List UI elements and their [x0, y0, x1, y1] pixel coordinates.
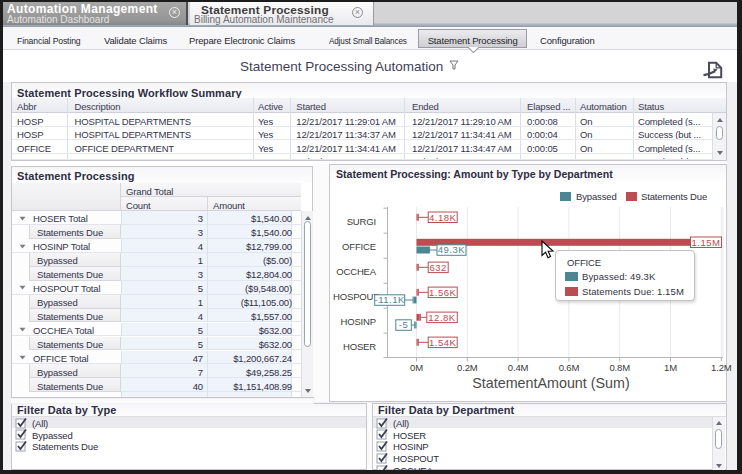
svg-text:1.54K: 1.54K — [429, 337, 456, 348]
svg-text:-11.1K: -11.1K — [375, 294, 405, 305]
svg-text:12.8K: 12.8K — [428, 312, 455, 323]
svg-text:-5: -5 — [399, 319, 408, 330]
svg-text:1.15M: 1.15M — [692, 237, 721, 248]
svg-text:632: 632 — [430, 262, 447, 273]
svg-text:1.56K: 1.56K — [429, 287, 456, 298]
svg-text:4.18K: 4.18K — [429, 212, 456, 223]
svg-text:49.3K: 49.3K — [438, 244, 465, 255]
